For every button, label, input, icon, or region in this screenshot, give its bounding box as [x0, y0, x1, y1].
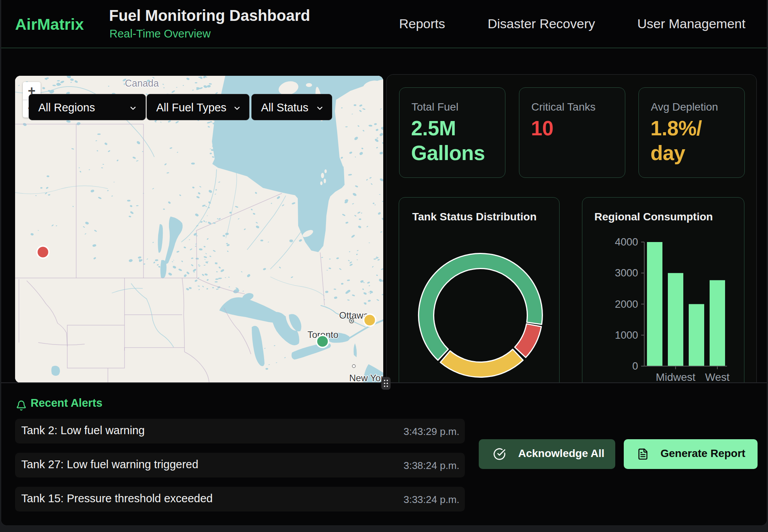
svg-text:3000: 3000	[615, 267, 638, 279]
svg-text:0: 0	[632, 360, 638, 372]
svg-text:Canada: Canada	[125, 78, 159, 89]
svg-text:2000: 2000	[615, 298, 638, 310]
svg-text:4000: 4000	[615, 236, 638, 248]
svg-text:Midwest: Midwest	[656, 371, 696, 383]
svg-text:West: West	[705, 371, 729, 383]
svg-text:1000: 1000	[615, 329, 638, 341]
svg-text:New York: New York	[349, 373, 383, 383]
